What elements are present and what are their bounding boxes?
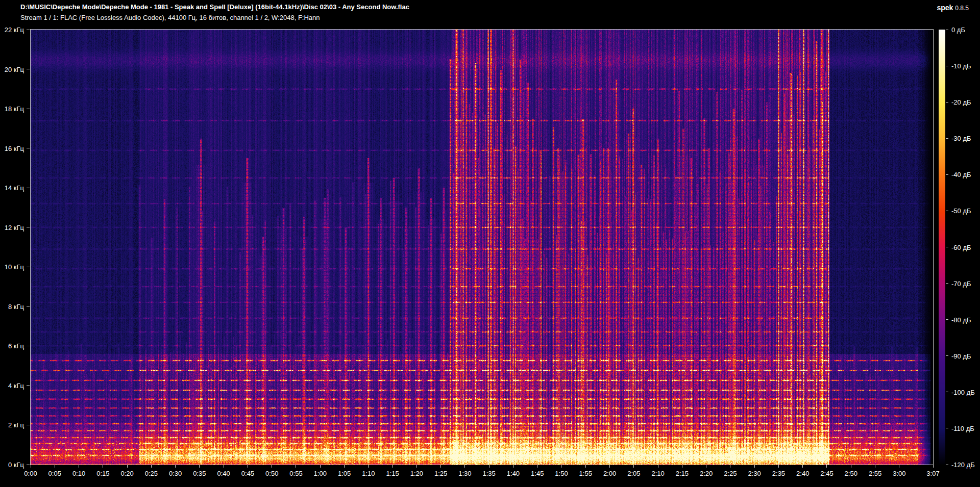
time-tick [440,465,441,468]
db-tick-label: -50 дБ [951,207,971,215]
frequency-axis: 22 кГц20 кГц18 кГц16 кГц14 кГц12 кГц10 к… [0,30,30,465]
time-tick-label: 1:55 [579,470,592,477]
time-tick-label: 0:30 [169,470,182,477]
freq-tick [27,109,30,109]
freq-tick-label: 14 кГц [5,184,24,192]
time-tick-label: 1:25 [434,470,447,477]
time-tick-label: 1:00 [314,470,327,477]
time-tick [875,465,875,468]
db-tick [946,392,948,392]
spectrogram-plot [30,29,934,465]
db-tick-label: -40 дБ [951,171,971,178]
db-axis: 0 дБ-10 дБ-20 дБ-30 дБ-40 дБ-50 дБ-60 дБ… [945,30,980,465]
time-tick-label: 1:15 [386,470,399,477]
time-tick [224,465,224,468]
db-tick [946,138,948,139]
time-tick [368,465,369,468]
time-tick [151,465,152,468]
freq-tick [27,346,30,346]
time-tick-label: 1:50 [555,470,568,477]
db-tick-label: -20 дБ [951,98,971,106]
time-tick-label: 1:35 [483,470,496,477]
db-tick-label: -100 дБ [951,388,975,396]
app-version: spek0.8.5 [937,4,969,12]
time-tick-label: 0:40 [217,470,230,477]
time-tick [320,465,321,468]
freq-tick [27,267,30,267]
time-tick [199,465,200,468]
db-tick [946,30,948,30]
time-tick-label: 3:00 [893,470,905,477]
db-tick [946,102,948,102]
time-tick [802,465,803,468]
db-tick [946,428,948,428]
db-tick-label: -30 дБ [951,135,971,142]
freq-tick [27,306,30,306]
stream-info: Stream 1 / 1: FLAC (Free Lossless Audio … [20,14,320,21]
time-tick [633,465,634,468]
time-tick-label: 0:45 [241,470,254,477]
db-tick-label: -80 дБ [951,316,971,323]
db-tick [946,247,948,247]
time-tick-label: 1:40 [507,470,520,477]
db-tick-label: -90 дБ [951,352,971,360]
freq-tick [27,425,30,425]
time-tick [933,465,934,468]
time-tick-label: 1:10 [362,470,375,477]
time-tick [754,465,755,468]
freq-tick-label: 4 кГц [8,381,24,389]
db-tick-label: -10 дБ [951,62,971,70]
file-path-title: D:\MUSIC\Depeche Mode\Depeche Mode - 198… [20,3,409,11]
spek-window: { "app": {"name": "spek", "version": "0.… [0,0,980,487]
freq-tick [27,148,30,148]
time-tick-label: 0:05 [48,470,61,477]
time-tick-label: 2:05 [627,470,640,477]
freq-tick-label: 12 кГц [5,223,24,231]
db-tick-label: -110 дБ [951,424,974,432]
time-tick [513,465,513,468]
time-tick [127,465,128,468]
spectrogram-canvas [31,30,933,465]
freq-tick-label: 8 кГц [8,302,24,310]
freq-tick [27,188,30,188]
time-tick [464,465,465,468]
app-logo-text: spek [937,4,953,12]
time-tick [393,465,393,468]
time-tick-label: 0:20 [120,470,133,477]
db-colorbar [939,30,945,465]
time-axis: 0:000:050:100:150:200:250:300:350:400:45… [31,465,933,485]
time-tick [658,465,658,468]
freq-tick-label: 22 кГц [5,26,24,34]
time-tick-label: 2:00 [603,470,616,477]
time-tick [537,465,537,468]
time-tick-label: 2:30 [748,470,761,477]
freq-tick [27,30,30,30]
time-tick-label: 0:00 [24,470,37,477]
time-tick-label: 2:10 [651,470,664,477]
time-tick [103,465,103,468]
time-tick-label: 0:50 [265,470,278,477]
time-tick-label: 0:35 [193,470,206,477]
time-tick [55,465,55,468]
time-tick [248,465,248,468]
time-tick [730,465,730,468]
time-tick-label: 0:25 [145,470,158,477]
freq-tick-label: 6 кГц [8,342,24,350]
time-tick-label: 2:15 [676,470,689,477]
time-tick-label: 1:05 [338,470,351,477]
freq-tick-label: 20 кГц [5,65,24,73]
time-tick [561,465,561,468]
time-tick [416,465,417,468]
db-tick [946,319,948,320]
db-tick [946,355,948,356]
time-tick-label: 1:20 [410,470,423,477]
time-tick [272,465,272,468]
db-tick [946,283,948,284]
time-tick-label: 1:45 [531,470,544,477]
freq-tick-label: 10 кГц [5,263,24,271]
time-tick [706,465,706,468]
time-tick [585,465,586,468]
time-tick-label: 2:55 [869,470,881,477]
db-tick-label: 0 дБ [951,26,965,34]
db-tick [946,465,948,465]
